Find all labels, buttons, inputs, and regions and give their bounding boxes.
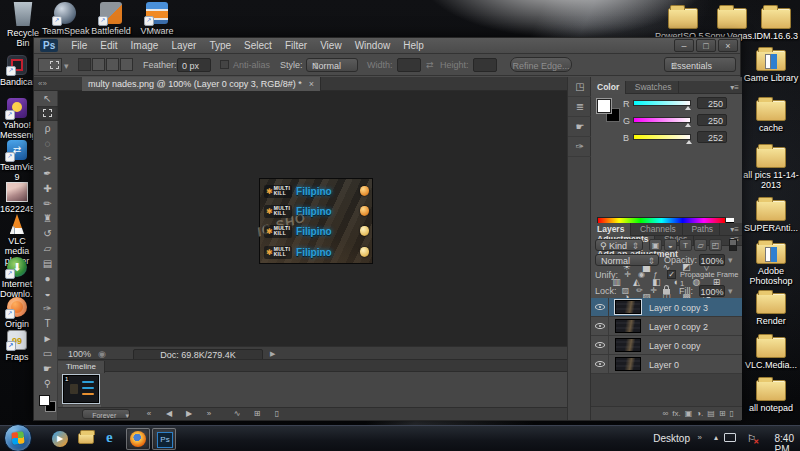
tool-preset-picker[interactable] bbox=[38, 58, 62, 72]
taskbar-photoshop[interactable]: Ps bbox=[152, 428, 176, 450]
filter-kind-dropdown[interactable]: ⚲ Kind⇕ bbox=[595, 239, 643, 251]
red-slider-thumb[interactable] bbox=[685, 106, 691, 110]
desktop-icon-fraps[interactable]: 99 Fraps bbox=[0, 330, 34, 362]
foreground-swatch[interactable] bbox=[597, 99, 611, 113]
fill-caret-icon[interactable]: ▾ bbox=[728, 286, 733, 296]
clone-stamp-tool[interactable]: ♜ bbox=[37, 211, 58, 226]
tab-scroll-icon[interactable]: «» bbox=[38, 79, 47, 88]
green-slider-thumb[interactable] bbox=[685, 123, 691, 127]
panel-menu-icon[interactable]: ▾≡ bbox=[730, 225, 739, 234]
unify-position-icon[interactable]: ✛ bbox=[621, 269, 634, 281]
desktop-icon-cache[interactable]: cache bbox=[742, 100, 800, 133]
tab-swatches[interactable]: Swatches bbox=[629, 81, 679, 94]
green-slider[interactable] bbox=[633, 117, 691, 123]
start-button[interactable] bbox=[4, 424, 32, 451]
delete-layer-icon[interactable]: ▯ bbox=[730, 408, 734, 420]
taskbar-ie[interactable]: e bbox=[100, 428, 124, 450]
first-frame-button[interactable]: « bbox=[142, 409, 156, 419]
lock-position-icon[interactable]: ✛ bbox=[647, 285, 660, 297]
blue-value[interactable]: 252 bbox=[697, 131, 727, 143]
layer-mask-icon[interactable]: ▣ bbox=[685, 408, 693, 420]
maximize-button[interactable]: □ bbox=[696, 39, 716, 52]
foreground-background-swatches[interactable] bbox=[39, 395, 58, 415]
status-arrow-icon[interactable]: ▶ bbox=[270, 350, 275, 358]
document-tab[interactable]: multy nades.png @ 100% (Layer 0 copy 3, … bbox=[82, 77, 321, 91]
brush-tool[interactable]: ✏ bbox=[37, 196, 58, 211]
crop-tool[interactable]: ✂ bbox=[37, 151, 58, 166]
eye-icon[interactable] bbox=[595, 304, 605, 310]
tab-color[interactable]: Color bbox=[591, 81, 626, 94]
layer-row-1[interactable]: Layer 0 copy 2 bbox=[591, 317, 742, 336]
taskbar-explorer[interactable] bbox=[74, 428, 98, 450]
new-selection-icon[interactable] bbox=[78, 58, 91, 71]
lasso-tool[interactable]: ρ bbox=[37, 121, 58, 136]
opacity-caret-icon[interactable]: ▾ bbox=[728, 255, 733, 265]
eye-icon[interactable] bbox=[595, 361, 605, 367]
menu-image[interactable]: Image bbox=[131, 40, 159, 51]
zoom-level[interactable]: 100% bbox=[68, 349, 91, 359]
desktop-icon-render[interactable]: Render bbox=[742, 293, 800, 326]
layer-thumbnail[interactable] bbox=[615, 357, 641, 371]
tween-button[interactable]: ∿ bbox=[230, 409, 244, 419]
menu-select[interactable]: Select bbox=[244, 40, 272, 51]
network-icon[interactable] bbox=[724, 433, 736, 442]
history-brush-tool[interactable]: ↺ bbox=[37, 226, 58, 241]
tab-timeline[interactable]: Timeline bbox=[58, 361, 105, 373]
tab-channels[interactable]: Channels bbox=[634, 223, 683, 236]
canvas-area[interactable]: IC SHO ✱MULTIKILL Filipino ✱MULTIKILL Fi… bbox=[58, 91, 567, 346]
dodge-tool[interactable]: ◒ bbox=[37, 286, 58, 301]
add-selection-icon[interactable] bbox=[92, 58, 105, 71]
foreground-color-swatch[interactable] bbox=[39, 395, 50, 406]
unify-visibility-icon[interactable]: ◉ bbox=[635, 269, 648, 281]
clock[interactable]: 8:40 PM bbox=[775, 433, 794, 451]
rectangle-tool[interactable]: ▭ bbox=[37, 346, 58, 361]
desktop-toolbar-label[interactable]: Desktop bbox=[653, 433, 690, 444]
feather-input[interactable]: 0 px bbox=[177, 58, 211, 72]
quick-selection-tool[interactable]: ◌ bbox=[37, 136, 58, 151]
new-adjustment-icon[interactable]: ◑. bbox=[696, 408, 703, 420]
rectangular-marquee-tool[interactable] bbox=[37, 106, 58, 121]
link-layers-icon[interactable]: ∞ bbox=[663, 408, 669, 420]
close-button[interactable]: × bbox=[718, 39, 738, 52]
preset-caret-icon[interactable]: ▾ bbox=[64, 61, 69, 71]
panel-menu-icon[interactable]: ▾≡ bbox=[730, 83, 739, 92]
refine-edge-button[interactable]: Refine Edge... bbox=[510, 57, 572, 72]
taskbar-wmp[interactable]: ▶ bbox=[48, 428, 72, 450]
menu-file[interactable]: File bbox=[71, 40, 87, 51]
desktop-icon-vmware[interactable]: VMware bbox=[134, 2, 180, 36]
tab-layers[interactable]: Layers bbox=[591, 223, 631, 236]
eye-icon[interactable] bbox=[595, 342, 605, 348]
smart-object-filter-icon[interactable]: ◰ bbox=[709, 239, 722, 251]
new-group-icon[interactable]: ▤ bbox=[707, 408, 715, 420]
info-panel-icon[interactable]: ☛ bbox=[568, 117, 592, 137]
green-value[interactable]: 250 bbox=[697, 114, 727, 126]
type-tool[interactable]: T bbox=[37, 316, 58, 331]
workspace-switcher[interactable]: Essentials⇕ bbox=[664, 57, 736, 72]
play-button[interactable]: ▶ bbox=[182, 409, 196, 419]
layer-thumbnail[interactable] bbox=[615, 300, 641, 314]
desktop-icon-superanti[interactable]: SUPERAnti... bbox=[742, 200, 800, 233]
propagate-checkbox[interactable]: ✓ bbox=[667, 270, 676, 279]
layer-row-2[interactable]: Layer 0 copy bbox=[591, 336, 742, 355]
desktop-icon-vlc-media[interactable]: VLC.Media... bbox=[742, 337, 800, 370]
menu-filter[interactable]: Filter bbox=[285, 40, 307, 51]
visibility-cell[interactable] bbox=[591, 336, 609, 354]
menu-layer[interactable]: Layer bbox=[171, 40, 196, 51]
desktop-icon-photo[interactable]: 1622245_10 bbox=[0, 182, 34, 214]
minimize-button[interactable]: – bbox=[674, 39, 694, 52]
tray-expand-icon[interactable]: ▴ bbox=[714, 433, 718, 442]
animation-frame-1[interactable]: 1 bbox=[63, 375, 99, 403]
width-input[interactable] bbox=[397, 58, 421, 72]
red-value[interactable]: 250 bbox=[697, 97, 727, 109]
taskbar-firefox[interactable] bbox=[126, 428, 150, 450]
swap-dimensions-icon[interactable]: ⇄ bbox=[426, 60, 434, 70]
blend-mode-dropdown[interactable]: Normal⇕ bbox=[595, 254, 659, 266]
height-input[interactable] bbox=[473, 58, 497, 72]
blue-slider[interactable] bbox=[633, 134, 691, 140]
lock-transparency-icon[interactable]: ▨ bbox=[619, 285, 632, 297]
new-frame-button[interactable]: ⊞ bbox=[250, 409, 264, 419]
pixel-layer-filter-icon[interactable]: ▣ bbox=[649, 239, 662, 251]
visibility-cell[interactable] bbox=[591, 317, 609, 335]
move-tool[interactable]: ↖ bbox=[37, 91, 58, 106]
adjustment-layer-filter-icon[interactable]: ◒ bbox=[664, 239, 677, 251]
